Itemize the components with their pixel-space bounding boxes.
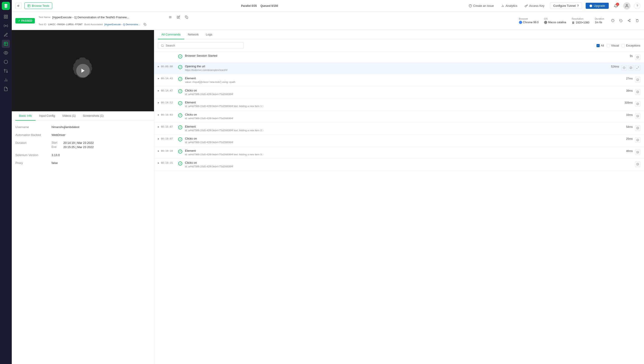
filter-visual[interactable]: Visual: [607, 44, 619, 47]
create-issue-button[interactable]: Create an issue: [467, 3, 496, 8]
copy-icon[interactable]: [183, 14, 190, 20]
os-label: OS: [544, 18, 566, 20]
share-icon[interactable]: [626, 18, 632, 24]
svg-rect-23: [186, 17, 188, 18]
list-icon[interactable]: [167, 14, 173, 20]
cmd-screenshot-icon[interactable]: [628, 65, 633, 70]
command-content: Clicks on id: a44d7988-15d0-428f-9eb4-f7…: [185, 161, 619, 168]
play-button[interactable]: [76, 64, 90, 78]
tab-all-commands[interactable]: All Commands: [158, 30, 184, 39]
command-row[interactable]: ▶ 00:19:15 Clicks on id: a44d7988-15d0-4…: [154, 159, 644, 171]
command-duration: 46ms: [621, 149, 633, 153]
replay-icon[interactable]: [618, 18, 624, 24]
filter-all[interactable]: All: [596, 44, 604, 47]
sidebar-icon-integrations[interactable]: [2, 67, 10, 75]
cmd-screenshot-icon[interactable]: [635, 89, 640, 94]
command-row[interactable]: ▶ 00:14:43 Element value: //input[@class…: [154, 74, 644, 86]
configure-tunnel-help: ?: [577, 4, 579, 8]
tab-videos[interactable]: Videos (1): [59, 111, 79, 120]
command-time: ▶ 00:14:47: [158, 89, 176, 92]
upgrade-button[interactable]: Upgrade: [586, 3, 609, 9]
tab-network[interactable]: Network: [184, 30, 202, 39]
filter-visual-checkbox[interactable]: [607, 44, 610, 47]
os-icon: [544, 21, 547, 24]
analytics-label: Analytics: [506, 4, 517, 8]
cmd-expand-icon[interactable]: [635, 65, 640, 70]
svg-point-42: [630, 67, 631, 68]
cmd-screenshot-icon[interactable]: [635, 137, 640, 143]
cmd-screenshot-icon[interactable]: [635, 54, 640, 60]
cmd-screenshot-icon[interactable]: [635, 150, 640, 155]
svg-point-5: [6, 52, 7, 54]
help-button[interactable]: ?: [634, 3, 640, 9]
sidebar-icon-test[interactable]: [2, 40, 10, 48]
sidebar-icon-dashboard[interactable]: [2, 13, 10, 21]
command-row[interactable]: ▶ 00:16:83 Clicks on id: a44d7988-15d0-4…: [154, 111, 644, 122]
svg-rect-2: [4, 17, 6, 18]
sidebar-icon-realtime[interactable]: [2, 31, 10, 39]
sidebar-icon-automation[interactable]: [2, 22, 10, 30]
tab-logs[interactable]: Logs: [202, 30, 216, 39]
cmd-screenshot-icon[interactable]: [635, 125, 640, 131]
build-link[interactable]: [HyperExecute - 1] Demonstra...: [104, 23, 140, 26]
command-time: ▶ 00:16:87: [158, 125, 176, 128]
delete-icon[interactable]: [634, 18, 640, 24]
sidebar-icon-package[interactable]: [2, 58, 10, 66]
configure-tunnel-button[interactable]: Configure Tunnel ?: [550, 2, 582, 9]
resolution-icon: 🖥: [572, 21, 575, 24]
browse-tests-button[interactable]: Browse Tests: [25, 2, 52, 9]
queued-label: Queued 0/150: [261, 4, 278, 8]
cmd-screenshot-icon[interactable]: [635, 162, 640, 167]
duration-value: Start 20:14:19 | Mar 23 2022 End 20:15:2…: [52, 141, 94, 149]
back-button[interactable]: [15, 3, 22, 9]
configure-tunnel-label: Configure Tunnel: [553, 4, 576, 8]
tab-basic-info[interactable]: Basic Info: [15, 111, 36, 120]
command-row[interactable]: ▶ 00:14:47 Clicks on id: a44d7988-15d0-4…: [154, 86, 644, 98]
cmd-screenshot-icon[interactable]: [635, 101, 640, 106]
main-content: Browse Tests Parallel 0/35 Queued 0/150 …: [12, 0, 644, 364]
app-logo[interactable]: [2, 2, 10, 10]
notifications-button[interactable]: 1: [612, 2, 619, 10]
filter-all-checkbox[interactable]: [596, 44, 600, 47]
command-row[interactable]: ▶ 00:14:52 Element id: a44d7988-15d0-428…: [154, 98, 644, 110]
command-actions: [635, 101, 640, 106]
tab-input-config[interactable]: Input Config: [36, 111, 59, 120]
command-actions: [635, 89, 640, 94]
search-icon: [161, 44, 164, 47]
command-row[interactable]: Browser Session Started 9s: [154, 52, 644, 62]
test-name-row: Test Name [HyperExecute - 1] Demonstrati…: [39, 14, 515, 20]
cmd-screenshot-icon[interactable]: [635, 77, 640, 82]
edit-icon[interactable]: [175, 14, 181, 20]
command-duration: 27ms: [621, 76, 633, 80]
search-input[interactable]: [166, 44, 241, 47]
access-key-button[interactable]: Access Key: [523, 3, 546, 8]
filter-exceptions[interactable]: Exceptions: [622, 44, 640, 47]
filter-group: All Visual Exceptions: [596, 44, 640, 47]
copy-build-icon[interactable]: [142, 21, 148, 28]
command-time: ▶ 00:00:00: [158, 64, 176, 68]
sidebar-icon-files[interactable]: [2, 85, 10, 93]
sidebar-icon-analytics[interactable]: [2, 76, 10, 84]
command-row[interactable]: ▶ 00:00:00 Opening the url https://todom…: [154, 62, 644, 74]
command-duration: 54ms: [621, 125, 633, 128]
analytics-button[interactable]: Analytics: [499, 3, 519, 8]
success-icon: [178, 77, 182, 81]
notification-badge: 1: [616, 3, 619, 6]
info-icon[interactable]: [610, 18, 616, 24]
sidebar-icon-visual[interactable]: [2, 49, 10, 57]
command-row[interactable]: ▶ 00:19:07 Clicks on id: a44d7988-15d0-4…: [154, 134, 644, 146]
command-row[interactable]: ▶ 00:19:10 Element id: a44d7988-15d0-428…: [154, 147, 644, 159]
user-avatar[interactable]: [623, 2, 630, 10]
cmd-screenshot-icon[interactable]: [635, 113, 640, 119]
tab-screenshots[interactable]: Screenshots (1): [79, 111, 107, 120]
command-row[interactable]: ▶ 00:16:87 Element id: a44d7988-15d0-428…: [154, 122, 644, 134]
command-title: Clicks on: [185, 113, 619, 116]
parallel-label: Parallel 0/35: [241, 4, 257, 8]
svg-point-50: [637, 104, 638, 104]
filter-exceptions-checkbox[interactable]: [622, 44, 625, 47]
cmd-error-icon[interactable]: [621, 65, 627, 70]
svg-marker-33: [81, 69, 85, 73]
selenium-value: 3.13.0: [52, 153, 60, 157]
svg-point-18: [589, 4, 592, 7]
search-box[interactable]: [158, 42, 244, 49]
